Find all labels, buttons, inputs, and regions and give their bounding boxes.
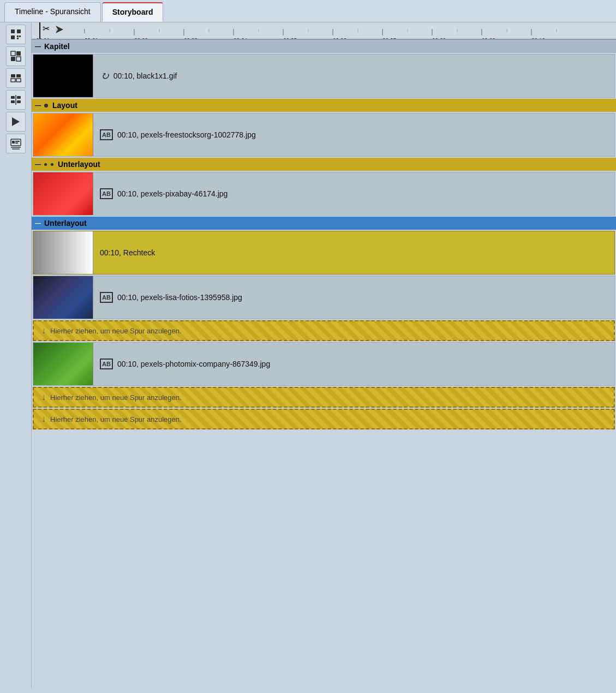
grid-tool-button[interactable]: [6, 25, 26, 44]
track-group-unterlayout2: — Unterlayout 00:10, Rechteck: [32, 217, 616, 341]
unterlayout2-drop-zone[interactable]: ↓ Hierher ziehen, um neue Spur anzulegen…: [33, 320, 615, 341]
kapitel-collapse-icon[interactable]: —: [35, 43, 41, 50]
unterlayout2-clip-row-rechteck: 00:10, Rechteck: [33, 231, 615, 274]
ab-icon4: AB: [100, 359, 113, 369]
unterlayout1-collapse-icon[interactable]: —: [35, 161, 41, 168]
drop-zone-2[interactable]: ↓ Hierher ziehen, um neue Spur anzulegen…: [33, 409, 615, 429]
play-tool-button[interactable]: [6, 112, 26, 132]
main-container: ✂ 00:01 00:01 00:02 00:03 00:04 00:05 00…: [0, 22, 616, 688]
ab-icon: AB: [100, 129, 113, 140]
unterlayout2-collapse-icon[interactable]: —: [35, 220, 41, 226]
unterlayout1-clip-row: AB 00:10, pexels-pixabay-46174.jpg: [33, 172, 615, 216]
svg-marker-19: [12, 117, 20, 126]
svg-rect-14: [11, 96, 15, 99]
unterlayout1-dot2-icon: [51, 163, 53, 166]
kapitel-clip-info: ↻ 00:10, black1x1.gif: [93, 55, 614, 97]
trim-tool-button[interactable]: [6, 90, 26, 110]
unterlayout1-clip-thumb: [33, 172, 93, 215]
track-group-kapitel: — Kapitel ↻ 00:10, black1x1.gif: [32, 40, 616, 98]
kiwi-clip-info: AB 00:10, pexels-photomix-company-867349…: [93, 343, 614, 385]
group-icon: [10, 50, 22, 62]
svg-rect-15: [11, 100, 15, 103]
ab-icon3: AB: [100, 292, 113, 303]
ungroup-tool-button[interactable]: [6, 68, 26, 88]
loop-icon: ↻: [100, 69, 109, 82]
svg-marker-27: [56, 26, 63, 33]
drop-zone-1[interactable]: ↓ Hierher ziehen, um neue Spur anzulegen…: [33, 387, 615, 408]
svg-rect-0: [11, 29, 15, 33]
playhead: [36, 22, 40, 40]
drop-zone2-arrow-icon: ↓: [41, 414, 46, 424]
ungroup-icon: [10, 72, 22, 84]
svg-rect-1: [17, 29, 21, 33]
svg-rect-13: [16, 79, 21, 82]
subtitle-tool-button[interactable]: [6, 134, 26, 153]
svg-rect-17: [17, 100, 21, 103]
svg-rect-4: [19, 35, 21, 37]
unterlayout1-clip-info: AB 00:10, pexels-pixabay-46174.jpg: [93, 172, 614, 215]
grid-icon: [10, 28, 22, 40]
svg-rect-5: [17, 38, 19, 39]
drop-zone-arrow-icon: ↓: [41, 326, 46, 336]
svg-rect-10: [11, 74, 15, 77]
svg-rect-16: [17, 96, 21, 99]
layout-clip-row: AB 00:10, pexels-freestocksorg-1002778.j…: [33, 113, 615, 157]
tab-timeline[interactable]: Timeline - Spuransicht: [4, 2, 101, 22]
svg-rect-11: [16, 74, 21, 77]
svg-rect-7: [16, 51, 21, 56]
arrow-tool-icon: [55, 25, 64, 37]
layout-clip-info: AB 00:10, pexels-freestocksorg-1002778.j…: [93, 113, 614, 156]
scissors-icon: ✂: [43, 23, 50, 34]
track-group-layout: — Layout AB 00:10, pexels-freestocksorg-…: [32, 99, 616, 157]
unterlayout2-clip-thumb-gradient: [33, 231, 93, 274]
unterlayout2-clip-info-rechteck: 00:10, Rechteck: [93, 231, 614, 274]
unterlayout2-clip-thumb-blueberry: [33, 276, 93, 319]
svg-rect-6: [11, 51, 15, 56]
timeline-area: ✂ 00:01 00:01 00:02 00:03 00:04 00:05 00…: [32, 22, 616, 688]
unterlayout2-clip-row-blueberry: AB 00:10, pexels-lisa-fotios-1395958.jpg: [33, 276, 615, 319]
tab-storyboard[interactable]: Storyboard: [102, 2, 164, 22]
svg-rect-12: [11, 79, 15, 82]
ab-icon2: AB: [100, 188, 113, 199]
svg-rect-3: [17, 35, 19, 37]
track-header-kapitel: — Kapitel: [32, 40, 616, 53]
play-icon: [10, 116, 22, 128]
subtitle-icon: [10, 138, 22, 150]
unterlayout1-dot1-icon: [44, 163, 47, 166]
drop-zone1-arrow-icon: ↓: [41, 392, 46, 402]
svg-rect-9: [16, 57, 21, 61]
unterlayout2-clip-info-blueberry: AB 00:10, pexels-lisa-fotios-1395958.jpg: [93, 276, 614, 319]
track-header-unterlayout1: — Unterlayout: [32, 158, 616, 171]
svg-rect-24: [15, 142, 18, 144]
svg-rect-23: [15, 141, 20, 142]
kapitel-clip-row: ↻ 00:10, black1x1.gif: [33, 54, 615, 98]
svg-rect-22: [12, 141, 15, 144]
kiwi-clip-row: AB 00:10, pexels-photomix-company-867349…: [33, 342, 615, 386]
kapitel-clip-thumb: [33, 55, 93, 97]
track-header-unterlayout2: — Unterlayout: [32, 217, 616, 230]
time-ruler: ✂ 00:01 00:01 00:02 00:03 00:04 00:05 00…: [32, 22, 616, 40]
tab-bar: Timeline - Spuransicht Storyboard: [0, 0, 616, 22]
group-tool-button[interactable]: [6, 46, 26, 66]
svg-rect-8: [11, 57, 15, 61]
track-header-layout: — Layout: [32, 99, 616, 112]
layout-dot-icon: [44, 104, 48, 107]
tracks-area: — Kapitel ↻ 00:10, black1x1.gif —: [32, 40, 616, 688]
trim-icon: [10, 94, 22, 106]
track-group-unterlayout1: — Unterlayout AB 00:10, pexels-pixabay-4…: [32, 158, 616, 216]
layout-clip-thumb: [33, 113, 93, 156]
svg-rect-2: [11, 35, 15, 39]
layout-collapse-icon[interactable]: —: [35, 102, 41, 109]
left-toolbar: [0, 22, 32, 688]
kiwi-clip-thumb: [33, 343, 93, 385]
